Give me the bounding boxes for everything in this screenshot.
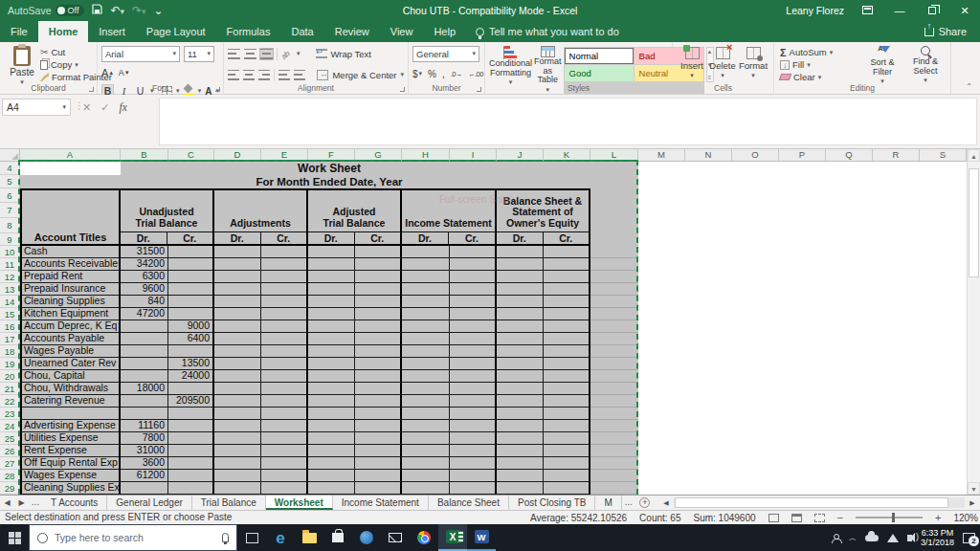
- cell-column-l[interactable]: [590, 383, 638, 395]
- scroll-up-icon[interactable]: ▲: [968, 149, 980, 162]
- word-taskbar-button[interactable]: W: [467, 524, 496, 551]
- value-cell[interactable]: [355, 408, 402, 420]
- value-cell[interactable]: [308, 370, 355, 383]
- menu-tab-page-layout[interactable]: Page Layout: [136, 21, 216, 42]
- value-cell[interactable]: [214, 470, 261, 482]
- row-header-22[interactable]: 22: [0, 395, 20, 408]
- column-header-i[interactable]: I: [450, 149, 497, 162]
- value-cell[interactable]: [261, 271, 308, 283]
- column-header-d[interactable]: D: [214, 149, 261, 162]
- orientation-button[interactable]: [281, 48, 293, 59]
- row-header-24[interactable]: 24: [0, 420, 20, 432]
- sheet-tab-worksheet[interactable]: Worksheet: [266, 496, 333, 510]
- shrink-font-button[interactable]: A▼: [118, 66, 130, 80]
- account-title-cell[interactable]: Cash: [20, 246, 121, 258]
- autosave-toggle[interactable]: AutoSave Off: [8, 5, 84, 16]
- value-cell[interactable]: [214, 320, 261, 333]
- horizontal-scroll-thumb[interactable]: [675, 497, 948, 508]
- network-icon[interactable]: [887, 534, 899, 542]
- value-cell[interactable]: [214, 370, 261, 383]
- value-cell[interactable]: [355, 482, 402, 495]
- value-cell[interactable]: [450, 432, 497, 445]
- middle-align-icon[interactable]: [244, 49, 256, 59]
- value-cell[interactable]: [261, 383, 308, 395]
- value-cell[interactable]: [121, 358, 168, 370]
- menu-tab-file[interactable]: File: [0, 21, 38, 42]
- value-cell[interactable]: [402, 383, 450, 395]
- value-cell[interactable]: [497, 308, 544, 320]
- value-cell[interactable]: [355, 333, 402, 345]
- menu-tab-home[interactable]: Home: [38, 21, 89, 42]
- value-cell[interactable]: [308, 258, 355, 271]
- cell-column-l[interactable]: [590, 420, 638, 432]
- value-cell[interactable]: [450, 258, 497, 271]
- value-cell[interactable]: [497, 445, 544, 457]
- value-cell[interactable]: [214, 283, 261, 296]
- value-cell[interactable]: [214, 308, 261, 320]
- mail-taskbar-button[interactable]: [381, 524, 410, 551]
- value-cell[interactable]: [402, 370, 450, 383]
- edge-taskbar-button[interactable]: e: [266, 524, 295, 551]
- value-cell[interactable]: [355, 296, 402, 308]
- value-cell[interactable]: [497, 258, 544, 271]
- value-cell[interactable]: [450, 445, 497, 457]
- value-cell[interactable]: [355, 432, 402, 445]
- sheet-tab-trial-balance[interactable]: Trial Balance: [192, 496, 266, 510]
- account-title-cell[interactable]: Accum Deprec, K Eq: [20, 320, 121, 333]
- value-cell[interactable]: [544, 482, 590, 495]
- tab-scroll-right-icon[interactable]: ▶: [14, 496, 29, 510]
- menu-tab-help[interactable]: Help: [423, 21, 466, 42]
- scroll-down-icon[interactable]: ▼: [968, 482, 980, 495]
- account-title-cell[interactable]: Wages Expense: [20, 470, 121, 482]
- value-cell[interactable]: [168, 283, 214, 296]
- tell-me-box[interactable]: Tell me what you want to do: [476, 21, 619, 42]
- row-header-8[interactable]: 8: [0, 218, 20, 233]
- sheet-tab-general-ledger[interactable]: General Ledger: [107, 496, 192, 510]
- value-cell[interactable]: [497, 457, 544, 470]
- value-cell[interactable]: [308, 271, 355, 283]
- taskbar-search[interactable]: [29, 524, 237, 551]
- increase-indent-icon[interactable]: [294, 70, 305, 80]
- value-cell[interactable]: [168, 470, 214, 482]
- merge-center-button[interactable]: Merge & Center: [332, 70, 396, 80]
- value-cell[interactable]: [308, 383, 355, 395]
- value-cell[interactable]: [355, 283, 402, 296]
- clear-button[interactable]: Clear▾: [780, 71, 833, 83]
- align-left-icon[interactable]: [228, 70, 239, 80]
- name-box[interactable]: A4 ▾: [2, 99, 71, 116]
- value-cell[interactable]: 6400: [168, 333, 214, 345]
- value-cell[interactable]: [544, 333, 590, 345]
- number-format-select[interactable]: General▾: [412, 46, 479, 62]
- value-cell[interactable]: [450, 408, 497, 420]
- page-layout-view-button[interactable]: [791, 514, 802, 522]
- value-cell[interactable]: [355, 420, 402, 432]
- value-cell[interactable]: [450, 333, 497, 345]
- percent-format-button[interactable]: %: [428, 69, 436, 79]
- value-cell[interactable]: [214, 258, 261, 271]
- sheet-tab-income-statement[interactable]: Income Statement: [333, 496, 429, 510]
- value-cell[interactable]: [402, 457, 450, 470]
- font-name-select[interactable]: Arial▾: [101, 46, 180, 62]
- sheet-tab-balance-sheet[interactable]: Balance Sheet: [429, 496, 509, 510]
- value-cell[interactable]: [261, 482, 308, 495]
- value-cell[interactable]: [214, 395, 261, 408]
- row-header-21[interactable]: 21: [0, 383, 20, 395]
- column-header-g[interactable]: G: [355, 149, 402, 162]
- column-header-f[interactable]: F: [308, 149, 355, 162]
- value-cell[interactable]: 209500: [168, 395, 214, 408]
- value-cell[interactable]: [544, 358, 590, 370]
- column-header-r[interactable]: R: [873, 149, 920, 162]
- cell-column-l[interactable]: [590, 283, 638, 296]
- dr-header-cell[interactable]: Dr.: [308, 232, 355, 244]
- cell-column-l[interactable]: [590, 308, 638, 320]
- value-cell[interactable]: [450, 383, 497, 395]
- account-title-cell[interactable]: Accounts Payable: [20, 333, 121, 345]
- value-cell[interactable]: [308, 333, 355, 345]
- align-right-icon[interactable]: [258, 70, 270, 80]
- value-cell[interactable]: [261, 358, 308, 370]
- column-header-a[interactable]: A: [20, 149, 121, 162]
- row-header-19[interactable]: 19: [0, 358, 20, 370]
- value-cell[interactable]: [544, 283, 590, 296]
- hidden-icons-chevron-icon[interactable]: ︿: [849, 533, 857, 543]
- account-title-cell[interactable]: Unearned Cater Rev: [20, 358, 121, 370]
